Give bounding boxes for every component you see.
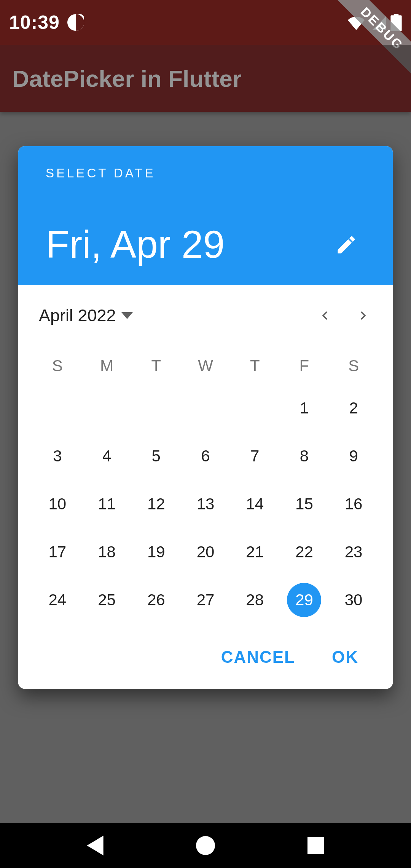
month-row: April 2022 [29,294,382,337]
calendar-day-22[interactable]: 22 [280,528,329,576]
calendar-grid: S M T W T F S 12345678910111213141516171… [29,348,382,624]
pencil-icon [335,233,358,256]
calendar-day-8[interactable]: 8 [280,432,329,480]
calendar-day-26[interactable]: 26 [131,576,181,624]
dow-header: T [230,348,280,384]
calendar-week-row: 24252627282930 [33,576,378,624]
date-picker-dialog: SELECT DATE Fri, Apr 29 April 2022 [18,146,393,689]
dow-header: S [329,348,378,384]
dropdown-triangle-icon [121,312,133,319]
calendar-day-number: 16 [336,487,371,521]
theme-icon [67,14,84,31]
calendar-day-2[interactable]: 2 [329,384,378,432]
calendar-week-row: 12 [33,384,378,432]
calendar-day-number: 11 [90,487,124,521]
calendar-day-24[interactable]: 24 [33,576,82,624]
calendar-day-1[interactable]: 1 [280,384,329,432]
calendar-day-10[interactable]: 10 [33,480,82,528]
nav-home-button[interactable] [190,830,221,861]
calendar-day-29[interactable]: 29 [280,576,329,624]
phone-frame: 10:39 DatePicker in Flutter DEBUG SELECT… [0,0,411,868]
selected-date-row: Fri, Apr 29 [46,222,365,267]
calendar-day-number: 18 [90,535,124,569]
nav-recent-button[interactable] [301,830,331,861]
calendar-day-number: 30 [336,583,371,617]
calendar-day-23[interactable]: 23 [329,528,378,576]
calendar-day-6[interactable]: 6 [181,432,230,480]
chevron-left-icon [317,307,333,324]
dow-header: T [131,348,181,384]
calendar-day-17[interactable]: 17 [33,528,82,576]
calendar-day-number: 8 [287,439,321,473]
calendar-day-5[interactable]: 5 [131,432,181,480]
previous-month-button[interactable] [306,297,344,335]
month-year-dropdown[interactable]: April 2022 [34,302,137,329]
recent-square-icon [307,837,324,854]
calendar-day-25[interactable]: 25 [82,576,132,624]
calendar-day-18[interactable]: 18 [82,528,132,576]
calendar-day-3[interactable]: 3 [33,432,82,480]
calendar-day-number: 26 [139,583,173,617]
calendar-day-number: 5 [139,439,173,473]
calendar-day-number: 22 [287,535,321,569]
dow-header: M [82,348,132,384]
cellular-icon [370,15,387,30]
status-time: 10:39 [9,11,60,34]
calendar-day-empty [82,384,132,432]
calendar-day-9[interactable]: 9 [329,432,378,480]
edit-date-button[interactable] [327,226,365,264]
nav-back-button[interactable] [80,830,110,861]
calendar-day-4[interactable]: 4 [82,432,132,480]
calendar-day-30[interactable]: 30 [329,576,378,624]
calendar-day-number: 12 [139,487,173,521]
calendar-day-number: 9 [336,439,371,473]
dow-header: W [181,348,230,384]
home-circle-icon [196,836,215,855]
calendar-day-number: 15 [287,487,321,521]
calendar-day-28[interactable]: 28 [230,576,280,624]
next-month-button[interactable] [344,297,382,335]
calendar-days-grid: 1234567891011121314151617181920212223242… [33,384,378,624]
calendar-day-empty [131,384,181,432]
wifi-icon [346,15,366,30]
calendar-day-15[interactable]: 15 [280,480,329,528]
cancel-button[interactable]: CANCEL [214,644,302,670]
calendar-day-11[interactable]: 11 [82,480,132,528]
calendar-day-16[interactable]: 16 [329,480,378,528]
calendar-day-20[interactable]: 20 [181,528,230,576]
calendar-day-21[interactable]: 21 [230,528,280,576]
calendar-week-row: 10111213141516 [33,480,378,528]
calendar-day-number: 13 [188,487,223,521]
calendar-day-number: 24 [40,583,75,617]
calendar-day-number: 19 [139,535,173,569]
calendar-day-19[interactable]: 19 [131,528,181,576]
calendar-day-number: 7 [238,439,272,473]
select-date-label: SELECT DATE [46,166,365,180]
calendar-day-number: 14 [238,487,272,521]
selected-date-text: Fri, Apr 29 [46,222,225,267]
dialog-actions: CANCEL OK [29,624,382,689]
dow-header: F [280,348,329,384]
calendar-day-number: 27 [188,583,223,617]
calendar-day-number: 28 [238,583,272,617]
calendar-day-number: 21 [238,535,272,569]
status-right [346,14,402,31]
calendar-day-27[interactable]: 27 [181,576,230,624]
calendar-day-7[interactable]: 7 [230,432,280,480]
calendar-day-13[interactable]: 13 [181,480,230,528]
dow-header: S [33,348,82,384]
calendar-day-14[interactable]: 14 [230,480,280,528]
calendar-day-number: 6 [188,439,223,473]
calendar-day-number: 2 [336,391,371,425]
status-bar: 10:39 [0,0,411,45]
calendar-day-12[interactable]: 12 [131,480,181,528]
status-left: 10:39 [9,11,84,34]
month-year-label: April 2022 [39,306,116,326]
chevron-right-icon [355,307,371,324]
calendar-week-row: 17181920212223 [33,528,378,576]
calendar-day-number: 1 [287,391,321,425]
calendar-day-empty [181,384,230,432]
calendar-day-number: 29 [287,583,321,617]
ok-button[interactable]: OK [325,644,365,670]
back-triangle-icon [86,836,104,855]
